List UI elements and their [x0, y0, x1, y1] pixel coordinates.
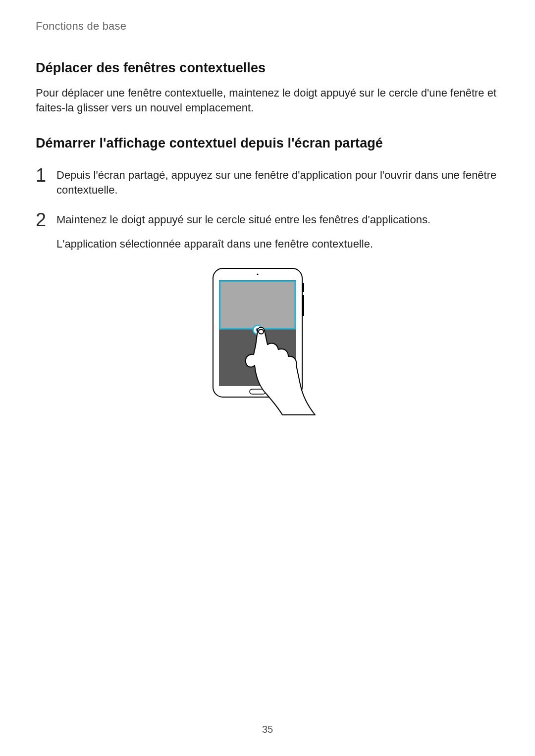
device-illustration: [208, 266, 327, 425]
heading-move-popup: Déplacer des fenêtres contextuelles: [36, 60, 499, 76]
step-item: 2 Maintenez le doigt appuyé sur le cercl…: [36, 212, 499, 252]
step-number: 2: [36, 210, 56, 229]
step-subtext: L'application sélectionnée apparaît dans…: [56, 237, 499, 252]
svg-rect-2: [302, 295, 304, 316]
step-number: 1: [36, 166, 56, 185]
breadcrumb: Fonctions de base: [36, 20, 499, 33]
steps-list: 1 Depuis l'écran partagé, appuyez sur un…: [36, 168, 499, 252]
svg-rect-5: [220, 281, 295, 329]
svg-rect-1: [302, 283, 304, 292]
svg-point-3: [257, 274, 258, 275]
step-text: Maintenez le doigt appuyé sur le cercle …: [56, 212, 499, 252]
heading-start-popup-from-split: Démarrer l'affichage contextuel depuis l…: [36, 136, 499, 151]
step-item: 1 Depuis l'écran partagé, appuyez sur un…: [36, 168, 499, 198]
figure-container: [36, 266, 499, 425]
para-move-popup: Pour déplacer une fenêtre contextuelle, …: [36, 86, 499, 116]
step-text-line: Maintenez le doigt appuyé sur le cercle …: [56, 213, 430, 226]
page-number: 35: [0, 724, 535, 735]
step-text-line: Depuis l'écran partagé, appuyez sur une …: [56, 169, 496, 196]
step-text: Depuis l'écran partagé, appuyez sur une …: [56, 168, 499, 198]
